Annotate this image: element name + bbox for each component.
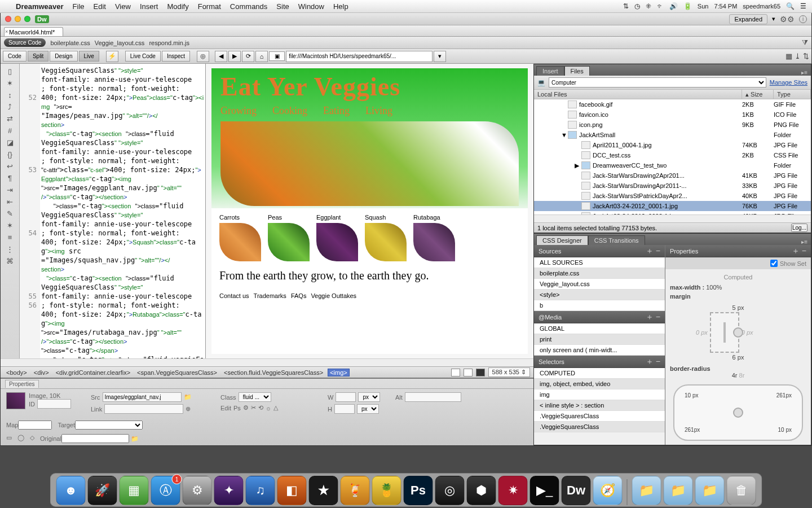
media-list[interactable]: GLOBALprintonly screen and ( min-widt... (534, 323, 665, 356)
point-to-file-icon[interactable]: ⊕ (186, 405, 191, 413)
prop-h-unit[interactable]: px (357, 404, 379, 414)
file-row[interactable]: favicon.ico1KBICO File (534, 110, 811, 120)
format-icon[interactable]: ✎ (7, 209, 13, 218)
thumb-eggplant[interactable] (316, 223, 358, 261)
list-item[interactable]: < inline style > : section (534, 400, 665, 411)
source-code-button[interactable]: Source Code (4, 38, 46, 47)
insert-tab[interactable]: Insert (536, 66, 564, 76)
menu-help[interactable]: Help (329, 2, 353, 11)
hotspot-pointer-icon[interactable]: ▭ (6, 434, 12, 443)
prop-target-select[interactable] (75, 421, 143, 430)
manage-sites-link[interactable]: Manage Sites (770, 79, 807, 86)
list-item[interactable]: .VeggieSquaresClass (534, 411, 665, 422)
menu-commands[interactable]: Commands (226, 2, 272, 11)
expand-icon[interactable]: ↕ (8, 91, 12, 99)
panel-menu-icon[interactable]: ▸≡ (798, 69, 811, 76)
file-row[interactable]: icon.png9KBPNG File (534, 120, 811, 130)
crumb[interactable]: <div> (32, 369, 51, 376)
wifi-icon[interactable]: ᯤ (657, 2, 664, 10)
footer-link[interactable]: Trademarks (254, 292, 286, 299)
battery-icon[interactable]: 🔋 (683, 2, 692, 10)
filter-icon[interactable]: ⧩ (802, 38, 808, 47)
dock-itunes[interactable]: ♫ (246, 476, 275, 505)
workspace-chevron-icon[interactable]: ▾ (772, 15, 775, 23)
menu-view[interactable]: View (111, 2, 135, 11)
zoom-button[interactable] (24, 16, 30, 22)
dock-appstore[interactable]: Ⓐ (151, 476, 180, 505)
collapse-icon[interactable]: ✶ (7, 79, 13, 87)
spotlight-icon[interactable]: 🔍 (786, 2, 795, 10)
crumb[interactable]: <div.gridContainer.clearfix> (54, 369, 133, 376)
menu-file[interactable]: File (68, 2, 89, 11)
add-media-icon[interactable]: ＋ − (646, 312, 660, 322)
thumb-carrots[interactable] (219, 223, 261, 261)
file-row[interactable]: Jack-StarWarsStPatrickDayApr2...40KBJPG … (534, 191, 811, 201)
crumb[interactable]: <span.VeggieSquaresClass> (135, 369, 219, 376)
live-view-options-icon[interactable]: ⚡ (106, 51, 118, 62)
list-item[interactable]: only screen and ( min-widt... (534, 345, 665, 356)
dock-preferences[interactable]: ⚙ (183, 476, 212, 505)
forward-icon[interactable]: ▶ (228, 51, 241, 62)
menu-app[interactable]: Dreamweaver (11, 2, 68, 11)
properties-tab[interactable]: Properties (5, 380, 39, 388)
design-view-button[interactable]: Design (50, 51, 77, 62)
remove-comment-icon[interactable]: ≡ (8, 233, 12, 242)
thumb-squash[interactable] (365, 223, 407, 261)
address-input[interactable] (286, 51, 433, 62)
balance-braces-icon[interactable]: ⇄ (7, 115, 13, 123)
file-row[interactable]: JackArt03-24-2012_0001-1.jpg76KBJPG File (534, 201, 811, 211)
related-file[interactable]: Veggie_layout.css (95, 40, 145, 46)
recent-snippets-icon[interactable]: ⋮ (6, 245, 14, 253)
thumb-rutabaga[interactable] (413, 223, 455, 261)
browse-original-icon[interactable]: 📁 (131, 435, 139, 442)
dock-folder[interactable]: 📁 (695, 476, 725, 505)
crumb[interactable]: <section.fluid.VeggieSquaresClass> (222, 369, 325, 376)
dock-app-pineapple[interactable]: 🍍 (372, 476, 401, 505)
list-item[interactable]: img (534, 389, 665, 400)
prop-link-input[interactable] (104, 404, 183, 414)
nav-item[interactable]: Cooking (272, 105, 307, 117)
outdent-icon[interactable]: ⇤ (7, 198, 13, 206)
prop-id-input[interactable] (37, 399, 71, 409)
file-row[interactable]: ▼JackArtSmallFolder (534, 130, 811, 140)
add-prop-icon[interactable]: ＋ − (792, 246, 806, 256)
file-row[interactable]: facebook.gif2KBGIF File (534, 99, 811, 110)
menubar-user[interactable]: speedmark65 (743, 3, 780, 10)
document-tab[interactable]: × Macworld4.html* (4, 27, 63, 36)
file-row[interactable]: ▶DreamweaverCC_test_twoFolder (534, 160, 811, 170)
css-designer-tab[interactable]: CSS Designer (536, 235, 588, 245)
list-item[interactable]: ALL SOURCES (534, 257, 665, 268)
list-item[interactable]: GLOBAL (534, 323, 665, 334)
line-numbers-icon[interactable]: # (8, 126, 12, 135)
window-size[interactable]: 588 x 535 ⇕ (488, 367, 530, 377)
phone-size-icon[interactable] (451, 369, 460, 376)
files-hscroll[interactable] (534, 214, 811, 222)
dock-aperture[interactable]: ◎ (435, 476, 465, 505)
prop-alt-input[interactable] (405, 392, 461, 402)
list-item[interactable]: Veggie_layout.css (534, 279, 665, 290)
menu-format[interactable]: Format (193, 2, 226, 11)
related-file[interactable]: boilerplate.css (50, 40, 90, 46)
site-dropdown[interactable]: Computer (549, 77, 766, 87)
menubar-time[interactable]: 7:54 PM (714, 3, 737, 10)
minimize-button[interactable] (15, 16, 21, 22)
prop-w-unit[interactable]: px (358, 392, 380, 402)
settings-icon[interactable]: ⇅ (803, 52, 809, 60)
sharpen-icon[interactable]: △ (273, 404, 278, 411)
clock-icon[interactable]: ◷ (634, 2, 640, 10)
menu-site[interactable]: Site (272, 2, 293, 11)
list-item[interactable]: COMPUTED (534, 368, 665, 379)
menu-window[interactable]: Window (294, 2, 329, 11)
desktop-size-icon[interactable] (476, 369, 485, 376)
menu-edit[interactable]: Edit (89, 2, 111, 11)
back-icon[interactable]: ◀ (215, 51, 227, 62)
css-transitions-tab[interactable]: CSS Transitions (588, 235, 645, 245)
dock-folder[interactable]: 📁 (664, 476, 693, 505)
move-css-icon[interactable]: ⌘ (6, 257, 14, 265)
address-protocol[interactable]: ▣ (269, 51, 285, 61)
edit-settings-icon[interactable]: ⚙ (243, 404, 249, 411)
dock-app-dark[interactable]: ⬢ (467, 476, 496, 505)
menu-insert[interactable]: Insert (135, 2, 163, 11)
margin-box-model[interactable]: 5 px 0 px 0 px 6 px (696, 304, 780, 361)
files-tab[interactable]: Files (564, 66, 590, 76)
